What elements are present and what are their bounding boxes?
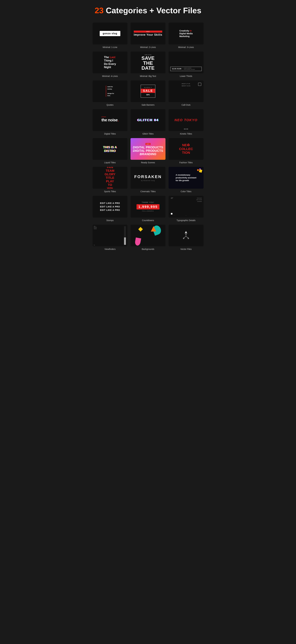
card-label-countdowns: Countdowns [142,219,154,222]
preview-bar: ULVA KAIN HUMAN SOURCEINTELLIGENCE OFFIC… [170,67,202,71]
preview-content: work formoney.design forlove. [104,84,116,98]
preview-dots [184,128,188,130]
preview-vf-bar [124,226,126,245]
svg-point-5 [188,238,189,239]
preview-minimal-2lines: NEW Improve Your Skills [130,22,166,44]
card-label-minimal-1line: Minimal: 1-Line [103,46,117,48]
card-backgrounds[interactable]: Backgrounds [130,225,166,250]
preview-ready-scenes: option DIGITAL PRODUCTS DIGITAL PRODUCTS… [130,138,166,160]
svg-line-3 [186,236,188,238]
preview-sale-banners: WOMEN'S SALE 50% [130,80,166,102]
vector-icon [181,231,191,240]
page-title: 23 Categories + Vector Files [93,6,204,15]
card-label-minimal-4lines: Minimal: 4-Lines [102,75,118,77]
preview-box: WOMEN'S SALE 50% [141,85,155,98]
preview-shape-yellow [199,169,202,173]
card-label-digital-titles: Digital Titles [104,132,116,135]
preview-minimal-3lines: Creativity InDigital MediaMarketing [169,22,204,44]
preview-countdowns: THANK YOU! 1,999,995 FOLLOWERS [130,196,166,218]
card-liquid-titles[interactable]: THIS IS ADISTRO Liquid Titles [93,138,127,164]
card-sale-banners[interactable]: WOMEN'S SALE 50% Sale Banners [130,80,166,106]
preview-content: Creativity InDigital MediaMarketing [178,28,194,39]
card-label-fashion-titles: Fashion Titles [179,161,193,164]
card-viewfinders[interactable]: REC ● 00:00:00 ISO 800 TC Viewfinders [93,225,127,250]
card-ready-scenes[interactable]: option DIGITAL PRODUCTS DIGITAL PRODUCTS… [130,138,166,164]
card-lower-thirds[interactable]: ULVA KAIN HUMAN SOURCEINTELLIGENCE OFFIC… [169,52,204,77]
card-label-color-titles: Color Titles [181,190,191,193]
preview-title: GLITCH 04 [137,118,159,122]
preview-number: 1,999,995 [136,204,160,210]
preview-bottom-bar: —— —— —— [169,215,204,216]
preview-title: FANTEAMGLORYTITLEPLAYTOWIN [105,167,115,189]
card-label-cinematic-titles: Cinematic Titles [140,190,156,193]
card-call-outs[interactable]: HEIGHT: 177 CMWEIGHT: 74.6 KG Call-Outs [169,80,204,106]
card-label-minimal-bigtext: Minimal: Big Text [140,75,156,77]
preview-stomps: EDIT LIKE A PROEDIT LIKE A PROEDIT LIKE … [93,196,127,218]
card-vector-files[interactable]: Vector Files [169,225,204,250]
card-quotes[interactable]: work formoney.design forlove. Quotes [93,80,127,106]
card-fashion-titles[interactable]: NE♻COLLECTION Fashion Titles [169,138,204,164]
preview-label: FOLLOWERS [142,210,154,212]
preview-small-text: lorem ipsumdolor sit ametconsectetur [196,197,202,202]
preview-vf-label: TC [94,245,95,246]
svg-point-4 [183,238,184,239]
card-kinetic-titles[interactable]: NEO TOKYO Kinetic Titles [169,109,204,135]
card-label-kinetic-titles: Kinetic Titles [180,132,192,135]
preview-square [171,213,173,214]
preview-text-block: work formoney.design forlove. [107,86,114,97]
card-label-viewfinders: Viewfinders [104,248,115,250]
card-label-quotes: Quotes [106,104,113,106]
preview-fashion-titles: NE♻COLLECTION [169,138,204,160]
card-label-typographic-details: Typographic Details [177,219,196,222]
preview-title: NE♻COLLECTION [179,143,193,154]
card-stomps[interactable]: EDIT LIKE A PROEDIT LIKE A PROEDIT LIKE … [93,196,127,222]
card-countdowns[interactable]: THANK YOU! 1,999,995 FOLLOWERS Countdown… [130,196,166,222]
preview-digital-titles: the noise. [93,109,127,131]
card-label-minimal-3lines: Minimal: 3-Lines [178,46,194,48]
card-label-call-outs: Call-Outs [182,104,191,106]
page-container: 23 Categories + Vector Files gonzo vlog … [89,0,207,260]
card-glitch-titles[interactable]: GLITCH 04 Glitch Titles [130,109,166,135]
card-label-lower-thirds: Lower Thirds [180,75,192,77]
card-color-titles[interactable]: A revolutionaryproductivity assistantfor… [169,167,204,193]
category-count: 23 [95,6,103,15]
preview-red-label: NEW [134,30,162,32]
preview-title: NEO TOKYO [175,118,198,122]
card-cinematic-titles[interactable]: FORSAKEN by Rosalind Craig Cinematic Tit… [130,167,166,193]
preview-main-text: The LastThing IDo EveryNight [104,56,116,69]
card-digital-titles[interactable]: the noise. Digital Titles [93,109,127,135]
preview-glitch-titles: GLITCH 04 [130,109,166,131]
card-minimal-2lines[interactable]: NEW Improve Your Skills Minimal: 2-Lines [130,22,166,48]
card-label-glitch-titles: Glitch Titles [142,132,154,135]
preview-title: the noise. [101,118,118,122]
preview-shape-pink [134,238,141,246]
preview-sub: by Rosalind Craig [141,180,155,181]
preview-sports-titles: FANTEAMGLORYTITLEPLAYTOWIN [93,167,127,189]
preview-content: JUNE 15 2021 SAVE THE DATE [141,54,155,70]
card-typographic-details[interactable]: 22° lorem ipsumdolor sit ametconsectetur… [169,196,204,222]
card-minimal-1line[interactable]: gonzo vlog Minimal: 1-Line [93,22,127,48]
card-label-minimal-2lines: Minimal: 2-Lines [140,46,156,48]
preview-text: A revolutionaryproductivity assistantfor… [176,174,196,182]
preview-dot-orange [197,169,199,171]
preview-liquid-titles: THIS IS ADISTRO [93,138,127,160]
card-minimal-4lines[interactable]: The LastThing IDo EveryNight Minimal: 4-… [93,52,127,77]
svg-line-2 [184,236,186,238]
card-label-sports-titles: Sports Titles [104,190,116,193]
preview-divider [106,86,106,97]
preview-minimal-1line: gonzo vlog [93,22,127,44]
categories-grid: gonzo vlog Minimal: 1-Line NEW Improve Y… [93,22,204,250]
preview-content: NEW Improve Your Skills [134,30,162,36]
card-sports-titles[interactable]: FANTEAMGLORYTITLEPLAYTOWIN Sports Titles [93,167,127,193]
preview-minimal-4lines: The LastThing IDo EveryNight [93,52,127,73]
card-label-stomps: Stomps [106,219,113,222]
preview-title: Creativity InDigital MediaMarketing [179,29,193,38]
card-minimal-bigtext[interactable]: JUNE 15 2021 SAVE THE DATE Minimal: Big … [130,52,166,77]
card-minimal-3lines[interactable]: Creativity InDigital MediaMarketing Mini… [169,22,204,48]
preview-number-big: 22° [171,197,173,199]
preview-vf-content: REC ● 00:00:00 ISO 800 [93,225,127,246]
preview-content: The LastThing IDo EveryNight [102,54,117,70]
preview-thank: THANK YOU! [142,202,154,203]
preview-info: HEIGHT: 177 CMWEIGHT: 74.6 KG [182,83,191,87]
card-label-vector-files: Vector Files [181,248,192,250]
